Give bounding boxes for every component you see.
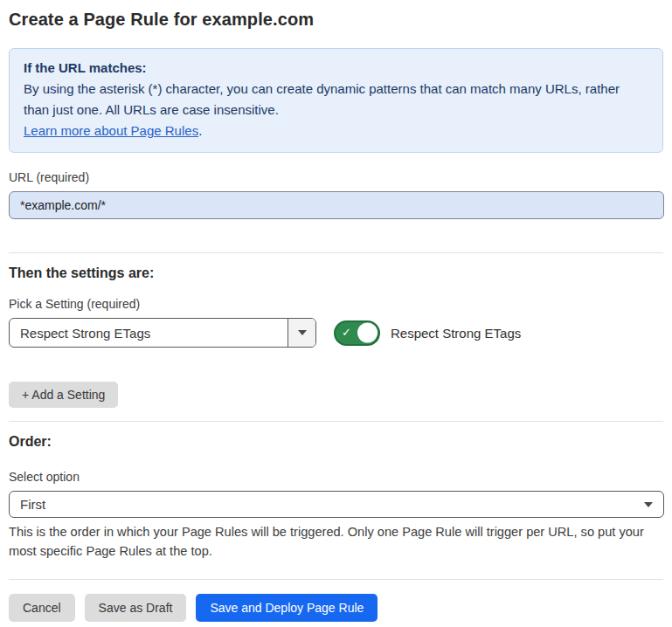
- info-box-link-line: Learn more about Page Rules.: [24, 121, 648, 141]
- url-input[interactable]: [9, 191, 664, 219]
- setting-row: Respect Strong ETags ✓ Respect Strong ET…: [9, 318, 663, 348]
- etags-toggle[interactable]: ✓: [334, 320, 380, 346]
- info-box-heading: If the URL matches:: [24, 58, 648, 79]
- order-select[interactable]: First: [9, 491, 664, 518]
- learn-more-link[interactable]: Learn more about Page Rules: [24, 123, 198, 138]
- create-page-rule-panel: Create a Page Rule for example.com If th…: [0, 8, 672, 622]
- save-and-deploy-button[interactable]: Save and Deploy Page Rule: [196, 594, 378, 622]
- setting-select[interactable]: Respect Strong ETags: [9, 318, 316, 348]
- info-box-body: By using the asterisk (*) character, you…: [24, 79, 648, 121]
- url-match-info-box: If the URL matches: By using the asteris…: [9, 48, 663, 153]
- order-select-value: First: [20, 497, 644, 512]
- cancel-button[interactable]: Cancel: [9, 594, 75, 622]
- add-setting-button[interactable]: + Add a Setting: [9, 382, 118, 408]
- footer-buttons: Cancel Save as Draft Save and Deploy Pag…: [9, 594, 663, 622]
- divider: [9, 421, 663, 422]
- pick-setting-label: Pick a Setting (required): [9, 297, 663, 312]
- check-icon: ✓: [342, 327, 351, 338]
- caret-down-icon: [298, 330, 307, 335]
- divider: [9, 252, 663, 253]
- setting-select-arrow-button[interactable]: [288, 319, 315, 347]
- save-as-draft-button[interactable]: Save as Draft: [85, 594, 187, 622]
- order-select-label: Select option: [9, 470, 663, 485]
- divider: [9, 579, 663, 580]
- order-section-heading: Order:: [9, 433, 663, 450]
- url-field-label: URL (required): [9, 170, 663, 185]
- order-help-text: This is the order in which your Page Rul…: [9, 522, 663, 561]
- toggle-knob: [357, 323, 378, 343]
- link-suffix: .: [198, 123, 202, 138]
- toggle-label: Respect Strong ETags: [391, 326, 521, 341]
- settings-section-heading: Then the settings are:: [9, 265, 663, 281]
- setting-select-value: Respect Strong ETags: [10, 319, 288, 347]
- page-title: Create a Page Rule for example.com: [9, 8, 663, 31]
- caret-down-icon: [644, 502, 653, 507]
